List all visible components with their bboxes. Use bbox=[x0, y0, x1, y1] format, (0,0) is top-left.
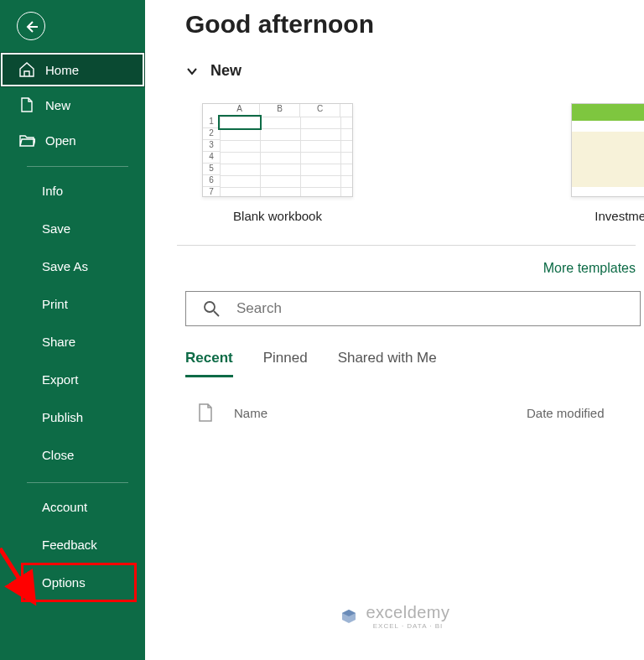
tab-pinned[interactable]: Pinned bbox=[263, 350, 308, 377]
svg-point-0 bbox=[205, 302, 215, 312]
template-blank-workbook[interactable]: A B C 1 2 3 4 5 6 7 Blank workbook bbox=[202, 103, 353, 223]
folder-icon bbox=[18, 132, 35, 148]
sidebar-item-label: New bbox=[45, 98, 70, 112]
main-content: Good afternoon New A B C 1 2 3 4 5 bbox=[145, 0, 644, 660]
backstage-sidebar: Home New Open Info Save Save As Print Sh… bbox=[0, 0, 145, 660]
template-thumbnail: A B C 1 2 3 4 5 6 7 bbox=[202, 103, 353, 197]
new-section-header[interactable]: New bbox=[185, 62, 644, 80]
sidebar-item-open[interactable]: Open bbox=[0, 122, 145, 158]
file-icon bbox=[18, 96, 35, 113]
new-section-title: New bbox=[210, 62, 242, 80]
file-list-header: Name Date modified bbox=[185, 403, 644, 423]
tab-recent[interactable]: Recent bbox=[185, 350, 233, 377]
sidebar-item-label: Home bbox=[45, 63, 79, 77]
column-name[interactable]: Name bbox=[234, 406, 527, 420]
sidebar-divider bbox=[27, 482, 128, 483]
column-date-modified[interactable]: Date modified bbox=[527, 406, 644, 420]
sidebar-item-new[interactable]: New bbox=[0, 87, 145, 122]
sidebar-item-print[interactable]: Print bbox=[0, 285, 145, 323]
search-input[interactable] bbox=[236, 300, 640, 317]
search-icon bbox=[203, 300, 220, 317]
back-arrow-icon bbox=[23, 18, 39, 34]
sidebar-item-label: Open bbox=[45, 133, 76, 148]
sidebar-item-close[interactable]: Close bbox=[0, 436, 145, 474]
template-gallery: A B C 1 2 3 4 5 6 7 Blank workbook bbox=[202, 103, 644, 223]
chevron-down-icon bbox=[185, 65, 199, 78]
file-tabs: Recent Pinned Shared with Me bbox=[185, 350, 644, 377]
sidebar-item-info[interactable]: Info bbox=[0, 172, 145, 210]
greeting-title: Good afternoon bbox=[185, 10, 644, 39]
more-templates-link[interactable]: More templates bbox=[185, 261, 644, 276]
watermark: exceldemy EXCEL · DATA · BI bbox=[145, 603, 644, 630]
template-label: Investment tracker bbox=[595, 209, 644, 223]
sidebar-item-export[interactable]: Export bbox=[0, 361, 145, 398]
watermark-logo-icon bbox=[339, 606, 359, 626]
tab-shared-with-me[interactable]: Shared with Me bbox=[338, 350, 437, 377]
sidebar-item-save-as[interactable]: Save As bbox=[0, 247, 145, 285]
sidebar-item-account[interactable]: Account bbox=[0, 488, 145, 526]
template-investment-tracker[interactable]: Investment tracker bbox=[571, 103, 644, 223]
sidebar-item-save[interactable]: Save bbox=[0, 210, 145, 247]
template-thumbnail bbox=[571, 103, 644, 197]
sidebar-item-home[interactable]: Home bbox=[0, 52, 145, 87]
document-icon bbox=[197, 403, 214, 423]
back-button[interactable] bbox=[17, 12, 45, 40]
sidebar-item-share[interactable]: Share bbox=[0, 323, 145, 361]
template-label: Blank workbook bbox=[233, 209, 322, 223]
sidebar-item-feedback[interactable]: Feedback bbox=[0, 526, 145, 564]
section-divider bbox=[177, 245, 636, 246]
home-icon bbox=[18, 61, 35, 78]
sidebar-item-publish[interactable]: Publish bbox=[0, 398, 145, 436]
sidebar-divider bbox=[27, 166, 128, 167]
sidebar-item-options[interactable]: Options bbox=[22, 564, 136, 601]
search-box[interactable] bbox=[185, 291, 641, 326]
